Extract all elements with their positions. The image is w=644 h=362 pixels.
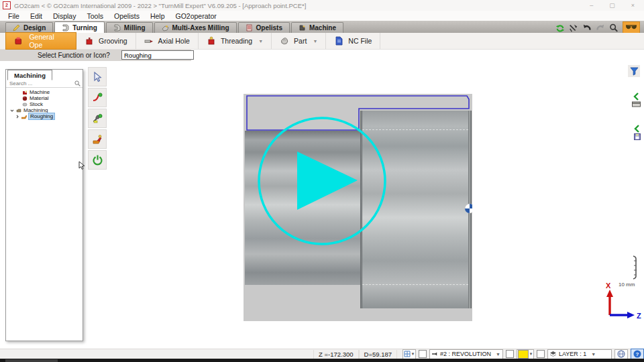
globe-icon	[617, 350, 625, 358]
general-ope-button[interactable]: General Ope	[5, 32, 76, 50]
tree-item-roughing[interactable]: Roughing	[6, 113, 83, 119]
nc-file-icon	[334, 36, 343, 46]
axis-x-label: X	[606, 282, 611, 290]
chevron-left-icon	[633, 93, 640, 101]
holder-button[interactable]	[88, 129, 107, 149]
d-coordinate: D=59.187	[359, 350, 397, 359]
chevron-down-icon: ▼	[591, 352, 596, 357]
z-coordinate: Z =-172.300	[313, 350, 359, 359]
tree-item-stock[interactable]: Stock	[6, 101, 83, 107]
chevron-down-icon: ▼	[496, 352, 500, 357]
tab-label: Turning	[72, 24, 97, 32]
tree-item-machining[interactable]: Machining	[6, 107, 83, 113]
menu-bar: File Edit Display Tools Opelists Help GO…	[0, 11, 644, 21]
viewport-3d[interactable]	[244, 94, 472, 321]
menu-go2operator[interactable]: GO2operator	[170, 12, 222, 20]
roughing-icon	[21, 114, 27, 119]
multi-axis-icon	[162, 24, 169, 32]
filter-icon	[630, 67, 639, 76]
tree-item-material[interactable]: Material	[6, 95, 83, 101]
pencil-icon	[13, 24, 20, 32]
chevron-down-icon[interactable]: ▼	[313, 39, 317, 44]
cursor-arrow-icon	[92, 71, 103, 82]
list-icon	[246, 24, 253, 32]
ribbon-tab-bar: Design Turning Milling Multi-Axes Millin…	[0, 21, 644, 33]
collapse-panel-button[interactable]	[632, 93, 641, 107]
grid-icon	[404, 351, 411, 357]
roughing-profile-outline	[247, 96, 469, 130]
menu-help[interactable]: Help	[145, 12, 170, 20]
tab-multi-axes-milling[interactable]: Multi-Axes Milling	[154, 22, 237, 33]
tab-milling[interactable]: Milling	[106, 22, 153, 33]
threading-button[interactable]: Threading ▼	[199, 33, 272, 49]
globe-button[interactable]	[614, 349, 628, 359]
play-overlay-icon[interactable]	[297, 152, 358, 210]
general-ope-icon	[14, 36, 23, 46]
help-button[interactable]: ?	[631, 349, 644, 359]
select-button[interactable]	[88, 67, 107, 86]
chevron-down-icon[interactable]	[10, 109, 14, 113]
threading-icon	[207, 36, 216, 46]
filter-button[interactable]	[628, 65, 640, 77]
operation-toolbar	[88, 67, 107, 170]
tab-machine[interactable]: Machine	[291, 22, 343, 33]
function-input[interactable]	[121, 50, 194, 60]
lathe-icon	[62, 24, 69, 32]
maximize-button[interactable]: ▢	[609, 2, 615, 9]
color-swatch	[518, 350, 529, 359]
ribbon-label: Grooving	[99, 37, 127, 45]
nc-file-button[interactable]: NC File	[326, 33, 380, 49]
menu-opelists[interactable]: Opelists	[109, 12, 145, 20]
chevron-right-icon[interactable]	[15, 115, 19, 119]
machining-tree: Machine Material Stock Machining Roughin…	[6, 89, 83, 119]
spindle-select[interactable]: #2 : REVOLUTION ▼	[429, 349, 503, 359]
part-button[interactable]: Part ▼	[272, 33, 326, 49]
axial-hole-icon	[144, 36, 154, 46]
undo-icon[interactable]	[582, 23, 592, 33]
menu-tools[interactable]: Tools	[81, 12, 109, 20]
validate-button[interactable]	[88, 150, 107, 170]
tab-opelists[interactable]: Opelists	[238, 22, 290, 33]
machining-icon	[16, 108, 21, 113]
bottom-edge-segment	[5, 359, 58, 362]
toolpath-button[interactable]	[88, 88, 107, 107]
holder-icon	[92, 133, 103, 145]
turning-ribbon: General Ope Grooving Axial Hole Threadin…	[0, 33, 644, 50]
chevron-down-icon[interactable]: ▼	[258, 39, 263, 44]
go2cam-logo-icon: 2	[3, 1, 11, 9]
power-icon	[92, 154, 103, 166]
collapse-toolbar-button[interactable]	[633, 125, 641, 140]
chevron-down-icon: ▼	[411, 352, 415, 356]
approach-point-marker[interactable]	[465, 204, 472, 213]
search-input[interactable]	[8, 80, 74, 87]
tool-button[interactable]	[88, 109, 107, 128]
ribbon-label: Part	[294, 37, 307, 45]
machine-icon	[299, 24, 306, 32]
close-button[interactable]: ×	[631, 2, 635, 9]
spindle-checkbox[interactable]	[419, 350, 427, 358]
caliper-icon[interactable]	[569, 23, 578, 33]
zoom-icon[interactable]	[609, 23, 619, 33]
ribbon-label: General Ope	[29, 33, 68, 49]
tree-label: Stock	[30, 101, 43, 107]
layer-checkbox[interactable]	[537, 350, 545, 358]
tab-label: Machine	[309, 24, 336, 32]
redo-icon[interactable]	[596, 23, 605, 33]
ribbon-label: Threading	[221, 37, 252, 45]
menu-display[interactable]: Display	[48, 12, 81, 20]
grid-button[interactable]: ▼	[402, 349, 416, 359]
tree-item-machine[interactable]: Machine	[6, 89, 83, 95]
minimize-button[interactable]: –	[590, 2, 593, 9]
refresh-icon[interactable]	[555, 23, 565, 33]
grooving-button[interactable]: Grooving	[76, 33, 136, 49]
tab-turning[interactable]: Turning	[54, 21, 104, 33]
color-picker-button[interactable]: ▼	[517, 349, 534, 359]
axial-hole-button[interactable]: Axial Hole	[136, 33, 199, 49]
spindle-icon	[432, 351, 437, 357]
tab-design[interactable]: Design	[5, 22, 53, 33]
menu-edit[interactable]: Edit	[25, 12, 48, 20]
status-bar: Z =-172.300 D=59.187 ▼ #2 : REVOLUTION ▼…	[0, 349, 644, 359]
menu-file[interactable]: File	[3, 12, 25, 20]
color-checkbox[interactable]	[506, 350, 514, 358]
layer-select[interactable]: LAYER : 1 ▼	[547, 349, 612, 359]
